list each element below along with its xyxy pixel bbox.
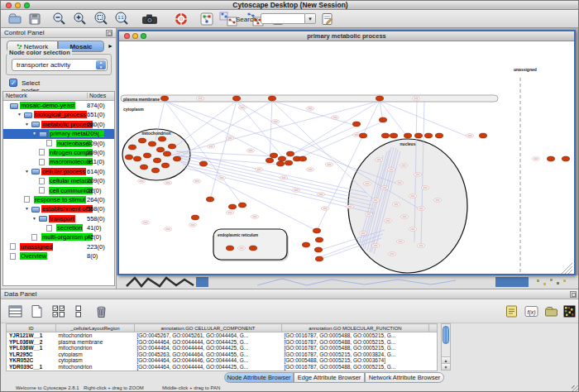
table-row[interactable]: YJR121W__1mitochondrion[GO:0045267, GO:0… bbox=[7, 332, 438, 339]
float-data-panel-icon[interactable] bbox=[570, 291, 577, 298]
network-node[interactable] bbox=[547, 156, 554, 161]
open-icon[interactable] bbox=[7, 12, 22, 26]
table-row[interactable]: YPL036W__2plasma membrane[GO:0044464, GO… bbox=[7, 339, 438, 346]
tree-item-cellular-process[interactable]: ▼cellular process614(0) bbox=[3, 167, 114, 176]
tree-item-establishment-of-lo[interactable]: ▼establishment of lo558(0) bbox=[3, 204, 114, 213]
node-color-dropdown[interactable]: transporter activity ▲▼ bbox=[12, 59, 108, 71]
network-node[interactable] bbox=[163, 151, 170, 156]
tree-column-network[interactable]: Network bbox=[6, 93, 27, 98]
cell-value[interactable]: [GO:0016787, GO:0005215, GO:0003824, G..… bbox=[282, 351, 429, 358]
table-scrollbar-thumb[interactable] bbox=[443, 326, 449, 344]
network-node[interactable] bbox=[128, 145, 136, 150]
tree-item-multi-organism-pro[interactable]: multi-organism pro42(0) bbox=[3, 232, 114, 241]
resize-grip[interactable] bbox=[572, 385, 579, 392]
expand-arrow-icon[interactable]: ▼ bbox=[32, 131, 36, 136]
tab-network-attribute-browser[interactable]: Network Attribute Browser bbox=[365, 372, 444, 383]
tree-item-primary-metabo[interactable]: ▼primary metabo209(... bbox=[3, 129, 114, 138]
network-node[interactable] bbox=[379, 117, 386, 122]
network-node[interactable] bbox=[266, 158, 273, 163]
tree-item-nucleobase[interactable]: nucleobase-209(0) bbox=[3, 139, 114, 148]
zoom-fit-icon[interactable]: 1:1 bbox=[114, 12, 129, 26]
more-tabs-arrow[interactable]: ► bbox=[108, 43, 113, 49]
network-node[interactable] bbox=[153, 158, 160, 163]
network-overview-icon[interactable] bbox=[199, 12, 214, 26]
expand-arrow-icon[interactable]: ▼ bbox=[25, 206, 29, 211]
network-node[interactable] bbox=[315, 256, 323, 261]
expand-arrow-icon[interactable]: ▼ bbox=[25, 122, 29, 127]
cell-value[interactable]: cytoplasm bbox=[56, 357, 135, 364]
tree-item-response-to-stimul[interactable]: response to stimul264(0) bbox=[3, 195, 114, 204]
cell-id[interactable]: YPL036W__2 bbox=[7, 339, 56, 346]
network-node[interactable] bbox=[238, 203, 246, 208]
snapshot-camera-icon[interactable] bbox=[140, 12, 160, 26]
delete-attribute-trash-icon[interactable] bbox=[93, 304, 109, 319]
cell-id[interactable]: YJR121W__1 bbox=[7, 332, 56, 339]
table-column-annotation-go-molecular-function[interactable]: annotation.GO MOLECULAR_FUNCTION bbox=[282, 324, 429, 332]
zoom-selected-icon[interactable] bbox=[93, 12, 108, 26]
network-node[interactable] bbox=[226, 246, 233, 251]
cell-value[interactable]: [GO:0016787, GO:0005488, GO:0005215, G..… bbox=[282, 345, 429, 351]
network-node[interactable] bbox=[313, 228, 320, 233]
help-lifering-icon[interactable] bbox=[174, 12, 189, 26]
tab-node-attribute-browser[interactable]: Node Attribute Browser bbox=[224, 372, 294, 383]
scroll-up-button[interactable]: ▲ bbox=[442, 356, 450, 363]
network-node[interactable] bbox=[232, 96, 240, 101]
table-row[interactable]: YDR039C__1mitochondrion[GO:0044464, GO:0… bbox=[7, 364, 438, 370]
zoom-out-icon[interactable] bbox=[52, 12, 67, 26]
network-node[interactable] bbox=[352, 122, 360, 127]
table-column-cellularlayoutregion[interactable]: _cellularLayoutRegion bbox=[56, 324, 135, 332]
network-node[interactable] bbox=[276, 161, 284, 166]
network-node[interactable] bbox=[270, 153, 277, 158]
select-attributes-icon[interactable] bbox=[50, 304, 66, 319]
search-dropdown-button[interactable]: ▼ bbox=[305, 13, 316, 24]
tree-item-mosaic-demo-yeast[interactable]: mosaic-demo-yeast874(0) bbox=[3, 101, 114, 110]
save-icon[interactable] bbox=[27, 12, 42, 26]
cell-id[interactable]: YPL036W__1 bbox=[7, 345, 56, 351]
network-node[interactable] bbox=[228, 204, 236, 209]
expand-arrow-icon[interactable]: ▼ bbox=[32, 216, 36, 221]
cell-value[interactable]: [GO:0016787, GO:0005488, GO:0005215, G..… bbox=[282, 339, 429, 346]
network-node[interactable] bbox=[299, 156, 306, 161]
function-builder-icon[interactable]: f(x) bbox=[524, 304, 539, 319]
table-row[interactable]: YLR295Ccytoplasm[GO:0045263, GO:0044464,… bbox=[7, 351, 438, 358]
cell-value[interactable]: [GO:0016787, GO:0005488, GO:0005215, G..… bbox=[282, 364, 429, 370]
tree-item-cell-communicat[interactable]: cell communicat22(0) bbox=[3, 186, 114, 195]
cell-id[interactable]: YLR295C bbox=[7, 351, 56, 358]
network-node[interactable] bbox=[268, 96, 275, 101]
tree-item-biological-process[interactable]: ▼biological_process651(0) bbox=[3, 110, 114, 119]
tree-item-cellular-metabo[interactable]: cellular metabo209(0) bbox=[3, 176, 114, 185]
tree-item-nitrogen-compo[interactable]: nitrogen compo209(0) bbox=[3, 148, 114, 157]
network-node[interactable] bbox=[156, 147, 164, 152]
cell-value[interactable]: mitochondrion bbox=[56, 364, 135, 370]
table-row[interactable]: YKR052Ccytoplasm[GO:0044464, GO:0044446,… bbox=[7, 357, 438, 364]
network-node[interactable] bbox=[359, 133, 366, 138]
network-node[interactable] bbox=[286, 151, 294, 156]
network-canvas[interactable]: plasma membranecytoplasmmitochondrionnuc… bbox=[119, 41, 574, 274]
network-node[interactable] bbox=[158, 136, 165, 141]
cell-value[interactable]: [GO:0044464, GO:0044444, GO:0044425, G..… bbox=[135, 345, 282, 351]
network-node[interactable] bbox=[278, 156, 285, 161]
show-table-icon[interactable] bbox=[7, 304, 23, 319]
cell-value[interactable]: [GO:0005488, GO:0005215, GO:0003674] bbox=[282, 357, 429, 364]
cell-id[interactable]: YKR052C bbox=[7, 357, 56, 364]
unselect-attributes-icon[interactable] bbox=[72, 304, 88, 319]
cell-value[interactable]: [GO:0044464, GO:0044444, GO:0044425, G..… bbox=[135, 364, 282, 370]
apply-layout-icon-1[interactable] bbox=[219, 12, 237, 26]
cell-value[interactable]: [GO:0045267, GO:0045261, GO:0044464, G..… bbox=[135, 332, 282, 339]
background-window-strip[interactable] bbox=[117, 275, 579, 289]
network-node[interactable] bbox=[390, 133, 397, 138]
tree-item-macromolecule[interactable]: macromolecule311(0) bbox=[3, 157, 114, 166]
network-node[interactable] bbox=[249, 246, 256, 251]
attribute-table[interactable]: ID_cellularLayoutRegionannotation.GO CEL… bbox=[6, 323, 438, 371]
network-node[interactable] bbox=[148, 141, 156, 146]
network-node[interactable] bbox=[435, 133, 443, 138]
scroll-down-button[interactable]: ▼ bbox=[442, 363, 450, 370]
nucleus-region[interactable] bbox=[348, 139, 467, 273]
network-node[interactable] bbox=[151, 168, 159, 173]
tree-item-overview[interactable]: Overview8(0) bbox=[3, 251, 114, 261]
network-node[interactable] bbox=[199, 161, 207, 166]
network-node[interactable] bbox=[404, 133, 411, 138]
network-node[interactable] bbox=[424, 133, 432, 138]
network-node[interactable] bbox=[376, 96, 383, 101]
network-node[interactable] bbox=[562, 156, 569, 161]
